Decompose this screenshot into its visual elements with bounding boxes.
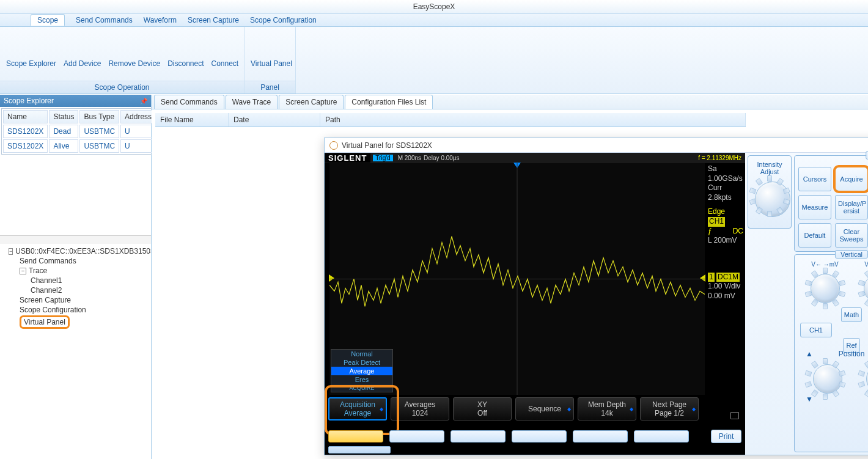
acquisition-popup: Normal Peak Detect Average Eres ACQUIRE xyxy=(331,349,393,392)
tab-config-files[interactable]: Configuration Files List xyxy=(345,95,433,109)
scope-side-readout: Sa 1.00GSa/s Curr 2.8kpts Edge CH1 ƒ DC … xyxy=(706,163,745,303)
acquire-button[interactable]: Acquire xyxy=(835,167,868,191)
ribbon-disconnect[interactable]: Disconnect xyxy=(165,41,206,70)
mapped-btn-1[interactable] xyxy=(328,430,383,442)
col-date[interactable]: Date xyxy=(229,113,320,127)
softkey-acquisition[interactable]: Acquisition Average ◆ xyxy=(328,397,387,420)
acq-opt-eres[interactable]: Eres xyxy=(331,375,392,384)
ribbon-virtual-panel[interactable]: Virtual Panel xyxy=(248,41,295,70)
device-tree: −USB0::0xF4EC::0xEE3A::SDS1XDB31503 Send… xyxy=(0,244,151,459)
v-position-label: Position xyxy=(839,350,865,358)
col-path[interactable]: Path xyxy=(320,113,746,127)
menu-send-commands[interactable]: Send Commands xyxy=(76,16,133,24)
display-persist-button[interactable]: Display/P ersist xyxy=(835,195,868,219)
scrollbar-horizontal[interactable] xyxy=(0,235,151,244)
ch1-position-knob[interactable] xyxy=(808,359,842,394)
expand-icon[interactable]: − xyxy=(20,268,26,274)
trig-type: Edge xyxy=(708,207,725,216)
col-name[interactable]: Name xyxy=(3,110,48,123)
tree-send-commands[interactable]: Send Commands xyxy=(20,257,76,265)
tree-channel1[interactable]: Channel1 xyxy=(31,276,62,285)
col-bus[interactable]: Bus Type xyxy=(79,110,119,123)
ribbon-connect[interactable]: Connect xyxy=(209,41,241,70)
pin-icon[interactable]: 📌 xyxy=(140,98,147,105)
dropdown-icon: ◆ xyxy=(630,406,633,412)
default-button[interactable]: Default xyxy=(798,223,831,248)
softkey-xy[interactable]: XY Off xyxy=(453,397,512,420)
menu-waveform[interactable]: Waveform xyxy=(144,16,177,24)
ribbon-group-scope-operation: Scope Operation xyxy=(0,81,244,94)
mapped-btn-4[interactable] xyxy=(512,430,567,442)
sample-rate: Sa 1.00GSa/s xyxy=(708,164,743,183)
mapped-btn-3[interactable] xyxy=(451,430,506,442)
freq-readout: f = 2.11329MHz xyxy=(698,155,741,161)
ch-offset: 0.00 mV xyxy=(708,292,735,300)
trig-source: CH1 xyxy=(708,217,725,227)
acq-opt-normal[interactable]: Normal xyxy=(331,350,392,358)
scope-display: SIGLENT Trig'd M 200ns Delay 0.00μs f = … xyxy=(325,153,745,455)
ch1-button[interactable]: CH1 xyxy=(800,323,832,337)
trig-coupling: DC xyxy=(733,227,743,237)
app-title: EasyScopeX xyxy=(413,2,455,11)
menu-screen-capture[interactable]: Screen Capture xyxy=(188,16,239,24)
acq-opt-peak[interactable]: Peak Detect xyxy=(331,358,392,367)
v-scale-left-label: V← →mV xyxy=(806,261,845,268)
mapped-btn-5[interactable] xyxy=(573,430,628,442)
ch-coupling: DC1M xyxy=(716,273,740,282)
vp-title: Virtual Panel for SDS1202X xyxy=(342,141,868,150)
menu-bar: Scope Send Commands Waveform Screen Capt… xyxy=(0,13,868,27)
print-button[interactable]: Print xyxy=(711,430,741,443)
ribbon-add-device[interactable]: Add Device xyxy=(61,41,103,70)
bottom-tab-indicator[interactable] xyxy=(328,446,391,453)
virtual-panel-window: Virtual Panel for SDS1202X — ▢ ✕ SIGLENT… xyxy=(324,138,868,455)
dropdown-icon: ◆ xyxy=(567,406,571,412)
ribbon-remove-device[interactable]: Remove Device xyxy=(106,41,163,70)
scope-tab[interactable]: Scope xyxy=(31,14,65,26)
softkey-sequence[interactable]: Sequence ◆ xyxy=(515,397,574,420)
intensity-label: Intensity Adjust xyxy=(748,161,791,175)
softkey-memdepth[interactable]: Mem Depth 14k ◆ xyxy=(578,397,636,420)
tab-send-commands[interactable]: Send Commands xyxy=(154,95,224,109)
expand-icon[interactable]: − xyxy=(9,248,13,255)
ribbon: Scope Explorer Add Device Remove Device … xyxy=(0,27,868,94)
ch2-scale-knob[interactable] xyxy=(859,269,869,308)
content-tabs: Send Commands Wave Trace Screen Capture … xyxy=(152,95,868,109)
ch2-position-knob[interactable] xyxy=(861,359,869,394)
trigger-status: Trig'd xyxy=(373,155,392,161)
cursors-button[interactable]: Cursors xyxy=(798,167,831,191)
acq-opt-average[interactable]: Average xyxy=(331,367,392,375)
mapped-btn-6[interactable] xyxy=(634,430,689,442)
softkey-averages[interactable]: Averages 1024 xyxy=(391,397,449,420)
app-icon xyxy=(329,141,338,150)
device-row: SDS1202X Dead USBTMC U xyxy=(3,125,156,138)
explorer-title: Scope Explorer xyxy=(4,97,54,105)
col-status[interactable]: Status xyxy=(49,110,78,123)
tree-scope-config[interactable]: Scope Configuration xyxy=(20,306,86,314)
tree-trace[interactable]: Trace xyxy=(29,266,47,275)
math-button[interactable]: Math xyxy=(841,307,862,322)
clear-sweeps-button[interactable]: Clear Sweeps xyxy=(835,223,868,248)
softkey-nextpage[interactable]: Next Page Page 1/2 ◆ xyxy=(640,397,699,420)
tree-channel2[interactable]: Channel2 xyxy=(31,286,62,295)
volts-div: 1.00 V/div xyxy=(708,282,740,290)
tree-root[interactable]: USB0::0xF4EC::0xEE3A::SDS1XDB31503 xyxy=(15,247,151,255)
measure-button[interactable]: Measure xyxy=(798,195,831,219)
dropdown-icon: ◆ xyxy=(380,406,383,412)
tree-screen-capture[interactable]: Screen Capture xyxy=(20,296,71,304)
menu-scope-configuration[interactable]: Scope Configuration xyxy=(250,16,317,24)
mapped-btn-2[interactable] xyxy=(389,430,444,442)
col-file-name[interactable]: File Name xyxy=(155,113,229,127)
ch1-scale-knob[interactable] xyxy=(806,269,845,308)
ribbon-scope-explorer[interactable]: Scope Explorer xyxy=(4,41,59,70)
tab-screen-capture[interactable]: Screen Capture xyxy=(279,95,344,109)
intensity-knob[interactable] xyxy=(750,177,789,216)
mem-points: Curr 2.8kpts xyxy=(708,183,743,202)
tab-wave-trace[interactable]: Wave Trace xyxy=(226,95,278,109)
tree-virtual-panel-highlight: Virtual Panel xyxy=(20,315,70,329)
device-row: SDS1202X Alive USBTMC U xyxy=(3,139,156,153)
v-scale-right-label: V← →mV xyxy=(859,261,869,268)
brand-logo: SIGLENT xyxy=(325,153,370,163)
tree-virtual-panel[interactable]: Virtual Panel xyxy=(24,318,65,326)
vertical-group-label: Vertical xyxy=(835,250,868,259)
col-address[interactable]: Address xyxy=(120,110,156,123)
